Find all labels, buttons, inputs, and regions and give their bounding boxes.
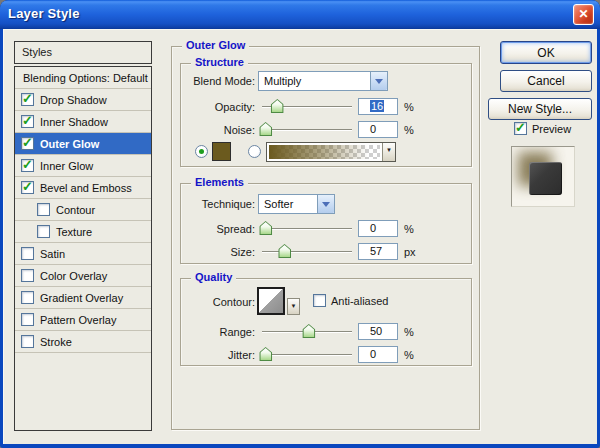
outer-glow-title: Outer Glow <box>182 39 249 51</box>
checkbox-outer-glow[interactable] <box>21 137 34 150</box>
checkbox-drop-shadow[interactable] <box>21 93 34 106</box>
noise-unit: % <box>404 124 414 136</box>
checkbox-satin[interactable] <box>21 247 34 260</box>
noise-slider[interactable] <box>262 121 352 137</box>
blend-mode-dropdown-icon[interactable] <box>370 72 387 90</box>
technique-dropdown-icon[interactable] <box>317 195 334 213</box>
contour-label: Contour: <box>83 296 255 308</box>
opacity-unit: % <box>404 101 414 113</box>
size-slider-thumb[interactable] <box>278 244 291 258</box>
range-slider[interactable] <box>262 323 352 339</box>
noise-slider-thumb[interactable] <box>259 122 272 136</box>
dialog-body: Styles Blending Options: DefaultDrop Sha… <box>3 29 597 444</box>
spread-slider-track[interactable] <box>262 228 352 229</box>
checkbox-gradient-overlay[interactable] <box>21 291 34 304</box>
checkbox-color-overlay[interactable] <box>21 269 34 282</box>
gradient-dropdown-icon[interactable]: ▼ <box>382 143 395 161</box>
sidebar-item-label: Stroke <box>40 336 72 348</box>
quality-title: Quality <box>191 271 236 283</box>
jitter-value: 0 <box>370 348 376 360</box>
technique-value: Softer <box>264 198 293 210</box>
preview-label: Preview <box>532 123 571 135</box>
anti-aliased-checkbox[interactable] <box>313 294 326 307</box>
range-field[interactable]: 50 <box>358 323 398 340</box>
spread-value: 0 <box>370 222 376 234</box>
noise-slider-track[interactable] <box>262 129 352 130</box>
title-bar[interactable]: Layer Style ✕ <box>0 0 600 29</box>
spread-slider[interactable] <box>262 220 352 236</box>
technique-label: Technique: <box>83 198 255 210</box>
range-label: Range: <box>83 326 255 338</box>
size-label: Size: <box>83 246 255 258</box>
sidebar-item-label: Outer Glow <box>40 138 99 150</box>
jitter-slider-track[interactable] <box>262 354 352 355</box>
sidebar-item-label: Satin <box>40 248 65 260</box>
spread-unit: % <box>404 223 414 235</box>
spread-label: Spread: <box>83 223 255 235</box>
opacity-field[interactable]: 16 <box>358 98 398 115</box>
gradient-radio[interactable] <box>248 145 261 158</box>
sidebar-item-bevel-and-emboss[interactable]: Bevel and Emboss <box>15 177 151 199</box>
opacity-slider-thumb[interactable] <box>271 99 284 113</box>
noise-label: Noise: <box>83 124 255 136</box>
jitter-slider-thumb[interactable] <box>259 347 272 361</box>
blend-mode-select[interactable]: Multiply <box>258 71 388 91</box>
preview-checkbox[interactable] <box>514 122 527 135</box>
size-slider[interactable] <box>262 243 352 259</box>
size-unit: px <box>404 246 416 258</box>
spread-field[interactable]: 0 <box>358 220 398 237</box>
jitter-slider[interactable] <box>262 346 352 362</box>
styles-header-label: Styles <box>22 46 52 58</box>
sidebar-item-inner-glow[interactable]: Inner Glow <box>15 155 151 177</box>
ok-button[interactable]: OK <box>500 41 592 64</box>
blend-mode-label: Blend Mode: <box>83 75 255 87</box>
opacity-value: 16 <box>370 100 384 112</box>
checkbox-bevel-and-emboss[interactable] <box>21 181 34 194</box>
checkbox-texture[interactable] <box>37 225 50 238</box>
sidebar-item-label: Bevel and Emboss <box>40 182 132 194</box>
structure-title: Structure <box>191 56 248 68</box>
checkbox-stroke[interactable] <box>21 335 34 348</box>
glow-color-swatch[interactable] <box>212 142 231 161</box>
opacity-label: Opacity: <box>83 101 255 113</box>
noise-field[interactable]: 0 <box>358 121 398 138</box>
sidebar-item-color-overlay[interactable]: Color Overlay <box>15 265 151 287</box>
size-value: 57 <box>370 245 382 257</box>
contour-thumbnail[interactable] <box>257 287 285 315</box>
contour-dropdown-icon[interactable]: ▼ <box>287 298 300 315</box>
range-value: 50 <box>370 325 382 337</box>
sidebar-item-outer-glow[interactable]: Outer Glow <box>15 133 151 155</box>
checkbox-inner-shadow[interactable] <box>21 115 34 128</box>
checkbox-contour[interactable] <box>37 203 50 216</box>
preview-thumbnail <box>511 146 575 207</box>
color-radio[interactable] <box>195 145 208 158</box>
jitter-label: Jitter: <box>83 349 255 361</box>
cancel-button[interactable]: Cancel <box>500 70 592 92</box>
checkbox-inner-glow[interactable] <box>21 159 34 172</box>
spread-slider-thumb[interactable] <box>259 221 272 235</box>
close-icon[interactable]: ✕ <box>573 4 594 25</box>
blend-mode-value: Multiply <box>264 75 301 87</box>
technique-select[interactable]: Softer <box>258 194 335 214</box>
new-style-button[interactable]: New Style... <box>488 98 592 120</box>
window-title: Layer Style <box>8 6 80 21</box>
preview-layer-square <box>529 162 562 195</box>
jitter-unit: % <box>404 349 414 361</box>
anti-aliased-label: Anti-aliased <box>331 295 388 307</box>
opacity-slider[interactable] <box>262 98 352 114</box>
checkbox-pattern-overlay[interactable] <box>21 313 34 326</box>
gradient-preview <box>269 145 380 159</box>
jitter-field[interactable]: 0 <box>358 346 398 363</box>
range-unit: % <box>404 326 414 338</box>
layer-style-dialog: Layer Style ✕ Styles Blending Options: D… <box>0 0 600 448</box>
size-slider-track[interactable] <box>262 251 352 252</box>
sidebar-item-label: Inner Glow <box>40 160 93 172</box>
noise-value: 0 <box>370 123 376 135</box>
size-field[interactable]: 57 <box>358 243 398 260</box>
range-slider-thumb[interactable] <box>302 324 315 338</box>
sidebar-item-label: Color Overlay <box>40 270 107 282</box>
sidebar-item-label: Pattern Overlay <box>40 314 116 326</box>
styles-header: Styles <box>14 41 152 64</box>
elements-title: Elements <box>191 176 248 188</box>
gradient-picker[interactable]: ▼ <box>266 142 396 162</box>
